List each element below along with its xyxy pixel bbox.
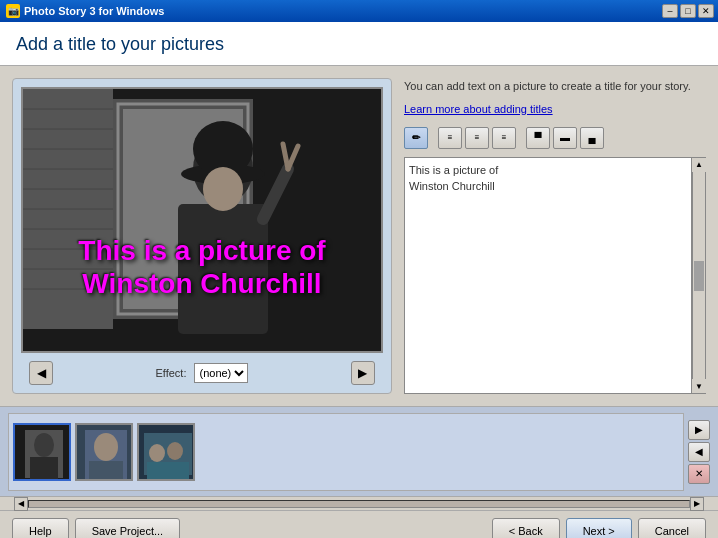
nav-row: ◀ Effect: (none) ▶ [21,361,383,385]
overlay-title-text: This is a picture of Winston Churchill [62,234,342,301]
save-project-button[interactable]: Save Project... [75,518,181,539]
filmstrip-controls: ▶ ◀ ✕ [688,420,710,484]
scroll-up-button[interactable]: ▲ [692,158,706,172]
maximize-button[interactable]: □ [680,4,696,18]
overlay-line1: This is a picture of [62,234,342,268]
svg-point-29 [94,433,118,461]
text-toolbar: ✏ ≡ ≡ ≡ ▀ ▬ ▄ [404,127,706,149]
svg-rect-26 [30,457,58,481]
title-text-area[interactable]: This is a picture ofWinston Churchill [404,157,692,395]
thumb-image-2 [77,425,133,481]
left-buttons: Help Save Project... [12,518,180,539]
nav-buttons: < Back Next > Cancel [492,518,706,539]
overlay-line2: Winston Churchill [62,267,342,301]
effect-row: Effect: (none) [156,363,249,383]
window-controls: – □ ✕ [662,4,714,18]
page-title: Add a title to your pictures [16,34,702,55]
churchill-image [23,89,381,351]
effect-label: Effect: [156,367,187,379]
filmstrip-delete-button[interactable]: ✕ [688,464,710,484]
thumb-image-1 [15,425,71,481]
app-title: Photo Story 3 for Windows [24,5,164,17]
close-button[interactable]: ✕ [698,4,714,18]
prev-image-button[interactable]: ◀ [29,361,53,385]
align-right-button[interactable]: ≡ [492,127,516,149]
cancel-button[interactable]: Cancel [638,518,706,539]
effect-select[interactable]: (none) [194,363,248,383]
scroll-down-button[interactable]: ▼ [692,379,706,393]
svg-point-22 [203,167,243,211]
vertical-scrollbar[interactable]: ▲ ▼ [692,157,706,395]
main-content: This is a picture of Winston Churchill ◀… [0,66,718,406]
pencil-tool-button[interactable]: ✏ [404,127,428,149]
help-button[interactable]: Help [12,518,69,539]
right-panel: You can add text on a picture to create … [404,78,706,394]
thumb-image-3 [139,425,195,481]
position-bottom-button[interactable]: ▄ [580,127,604,149]
scroll-thumb[interactable] [694,261,704,291]
filmstrip-prev-button[interactable]: ◀ [688,442,710,462]
filmstrip-horizontal-scrollbar[interactable]: ◀ ▶ [0,496,718,510]
page-header: Add a title to your pictures [0,22,718,66]
learn-more-link[interactable]: Learn more about adding titles [404,103,706,115]
align-center-button[interactable]: ≡ [465,127,489,149]
filmstrip-thumb-3[interactable] [137,423,195,481]
filmstrip-thumb-1[interactable] [13,423,71,481]
filmstrip-thumb-2[interactable] [75,423,133,481]
text-area-wrapper: This is a picture ofWinston Churchill ▲ … [404,157,706,395]
bottom-bar: Help Save Project... < Back Next > Cance… [0,510,718,538]
svg-rect-35 [147,462,189,480]
hscroll-left-button[interactable]: ◀ [14,497,28,511]
image-preview: This is a picture of Winston Churchill [21,87,383,353]
hscroll-track[interactable] [28,500,690,508]
filmstrip-area: ▶ ◀ ✕ [0,406,718,496]
title-bar-left: 📷 Photo Story 3 for Windows [6,4,164,18]
next-button[interactable]: Next > [566,518,632,539]
hscroll-right-button[interactable]: ▶ [690,497,704,511]
description-text: You can add text on a picture to create … [404,78,706,95]
app-icon: 📷 [6,4,20,18]
filmstrip-scroll[interactable] [8,413,684,491]
svg-point-25 [34,433,54,457]
minimize-button[interactable]: – [662,4,678,18]
position-middle-button[interactable]: ▬ [553,127,577,149]
svg-rect-30 [89,461,123,481]
svg-point-34 [167,442,183,460]
align-left-button[interactable]: ≡ [438,127,462,149]
title-bar: 📷 Photo Story 3 for Windows – □ ✕ [0,0,718,22]
back-button[interactable]: < Back [492,518,560,539]
image-preview-panel: This is a picture of Winston Churchill ◀… [12,78,392,394]
filmstrip-next-button[interactable]: ▶ [688,420,710,440]
svg-point-33 [149,444,165,462]
next-image-button[interactable]: ▶ [351,361,375,385]
position-top-button[interactable]: ▀ [526,127,550,149]
